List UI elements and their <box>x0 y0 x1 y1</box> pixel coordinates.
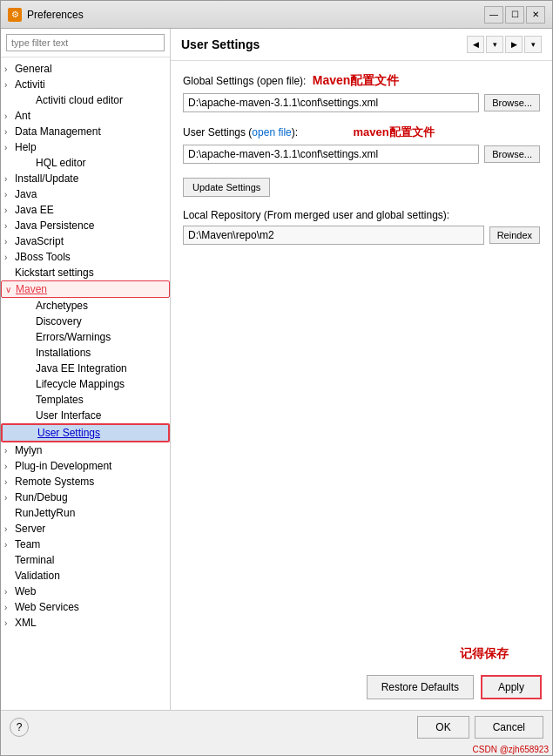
sidebar-item-javascript[interactable]: › JavaScript <box>1 233 170 249</box>
sidebar-item-label: HQL editor <box>36 157 86 169</box>
sidebar-item-runjettyrun[interactable]: RunJettyRun <box>1 505 170 521</box>
sidebar-item-templates[interactable]: Templates <box>1 392 170 408</box>
sidebar-item-label: Install/Update <box>15 172 78 185</box>
dropdown-button[interactable]: ▾ <box>486 36 503 53</box>
sidebar-item-java-ee[interactable]: › Java EE <box>1 202 170 218</box>
sidebar-item-kickstart-settings[interactable]: Kickstart settings <box>1 265 170 280</box>
sidebar-item-run-debug[interactable]: › Run/Debug <box>1 489 170 505</box>
expand-arrow: › <box>4 618 15 628</box>
sidebar-item-installations[interactable]: Installations <box>1 345 170 361</box>
sidebar-item-java-ee-integration[interactable]: Java EE Integration <box>1 361 170 376</box>
reindex-button[interactable]: Reindex <box>489 226 540 244</box>
sidebar-item-label: XML <box>15 617 37 629</box>
app-icon: ⚙ <box>8 8 22 22</box>
forward-button[interactable]: ▶ <box>505 36 523 53</box>
help-button[interactable]: ? <box>10 718 29 737</box>
sidebar-item-user-interface[interactable]: User Interface <box>1 408 170 423</box>
expand-arrow: ∨ <box>5 285 16 294</box>
sidebar-item-java[interactable]: › Java <box>1 186 170 202</box>
sidebar-item-web[interactable]: › Web <box>1 584 170 599</box>
sidebar-item-ant[interactable]: › Ant <box>1 108 170 124</box>
footer-buttons: OK Cancel <box>417 716 543 739</box>
sidebar-item-label: Server <box>15 523 45 535</box>
local-repo-section: Local Repository (From merged user and g… <box>183 209 540 245</box>
user-settings-label: User Settings (open file): maven配置文件 <box>183 125 540 140</box>
sidebar-item-label: Archetypes <box>36 300 88 312</box>
cancel-button[interactable]: Cancel <box>475 716 543 739</box>
sidebar-item-discovery[interactable]: Discovery <box>1 314 170 329</box>
sidebar-item-label: Kickstart settings <box>15 267 94 279</box>
save-annotation: 记得保存 <box>460 646 509 660</box>
preferences-window: ⚙ Preferences — ☐ ✕ › General › Acti <box>0 0 553 756</box>
sidebar-item-activiti-cloud[interactable]: Activiti cloud editor <box>1 92 170 108</box>
sidebar-item-label: JavaScript <box>15 235 64 247</box>
sidebar-item-hql-editor[interactable]: HQL editor <box>1 155 170 171</box>
sidebar-item-archetypes[interactable]: Archetypes <box>1 298 170 314</box>
sidebar-item-label: User Settings <box>37 427 100 439</box>
global-settings-browse-button[interactable]: Browse... <box>484 94 540 111</box>
user-settings-browse-button[interactable]: Browse... <box>484 145 540 163</box>
sidebar-item-lifecycle-mappings[interactable]: Lifecycle Mappings <box>1 376 170 392</box>
expand-arrow: › <box>4 127 15 137</box>
sidebar-item-xml[interactable]: › XML <box>1 615 170 631</box>
sidebar-item-label: Help <box>15 141 37 153</box>
sidebar-item-install-update[interactable]: › Install/Update <box>1 171 170 186</box>
history-button[interactable]: ▾ <box>524 36 542 53</box>
sidebar-item-jboss-tools[interactable]: › JBoss Tools <box>1 249 170 265</box>
sidebar-item-label: Java EE Integration <box>36 362 127 375</box>
user-settings-link[interactable]: open file <box>252 126 291 138</box>
sidebar-item-label: Validation <box>15 570 60 582</box>
global-settings-label: Global Settings (open file): Maven配置文件 <box>183 73 540 89</box>
expand-arrow: › <box>4 190 15 199</box>
back-button[interactable]: ◀ <box>467 36 484 53</box>
sidebar-item-label: Terminal <box>15 554 54 566</box>
sidebar-item-maven[interactable]: ∨ Maven <box>1 280 170 298</box>
sidebar-item-label: Remote Systems <box>15 476 94 488</box>
minimize-button[interactable]: — <box>484 6 503 24</box>
sidebar-item-terminal[interactable]: Terminal <box>1 552 170 568</box>
sidebar-item-label: Java EE <box>15 204 54 216</box>
sidebar-item-user-settings[interactable]: User Settings <box>1 423 170 442</box>
user-settings-input-row: Browse... <box>183 145 540 164</box>
update-settings-button[interactable]: Update Settings <box>183 178 270 197</box>
restore-defaults-button[interactable]: Restore Defaults <box>367 675 474 699</box>
sidebar-item-general[interactable]: › General <box>1 61 170 77</box>
sidebar-item-label: Java Persistence <box>15 219 94 232</box>
expand-arrow: › <box>4 446 15 456</box>
sidebar-item-activiti[interactable]: › Activiti <box>1 77 170 92</box>
panel-action-buttons: Restore Defaults Apply <box>367 675 542 699</box>
ok-button[interactable]: OK <box>417 716 469 739</box>
maximize-button[interactable]: ☐ <box>505 6 524 24</box>
close-button[interactable]: ✕ <box>526 6 545 24</box>
global-settings-input[interactable] <box>183 93 479 112</box>
local-repo-label: Local Repository (From merged user and g… <box>183 209 540 221</box>
expand-arrow: › <box>4 462 15 471</box>
sidebar-item-label: Data Management <box>15 125 101 138</box>
global-settings-input-row: Browse... <box>183 93 540 112</box>
title-bar-left: ⚙ Preferences <box>8 8 84 22</box>
sidebar-item-java-persistence[interactable]: › Java Persistence <box>1 218 170 233</box>
user-settings-input[interactable] <box>183 145 479 164</box>
expand-arrow: › <box>4 253 15 262</box>
apply-button[interactable]: Apply <box>481 675 542 699</box>
sidebar-item-label: Templates <box>36 394 84 406</box>
sidebar-item-validation[interactable]: Validation <box>1 568 170 584</box>
sidebar-item-help[interactable]: › Help <box>1 139 170 155</box>
tree: › General › Activiti Activiti cloud edit… <box>1 57 170 710</box>
filter-input[interactable] <box>6 34 165 51</box>
sidebar-item-remote-systems[interactable]: › Remote Systems <box>1 474 170 489</box>
sidebar-item-web-services[interactable]: › Web Services <box>1 599 170 615</box>
sidebar-item-server[interactable]: › Server <box>1 521 170 537</box>
sidebar-item-data-management[interactable]: › Data Management <box>1 124 170 139</box>
sidebar-item-label: Errors/Warnings <box>36 331 111 343</box>
sidebar-item-errors-warnings[interactable]: Errors/Warnings <box>1 329 170 345</box>
expand-arrow: › <box>4 587 15 597</box>
sidebar-item-mylyn[interactable]: › Mylyn <box>1 442 170 458</box>
user-settings-section: User Settings (open file): maven配置文件 Bro… <box>183 125 540 197</box>
sidebar-item-team[interactable]: › Team <box>1 537 170 552</box>
sidebar-item-plugin-development[interactable]: › Plug-in Development <box>1 458 170 474</box>
sidebar-item-label: Activiti <box>15 78 45 91</box>
watermark: CSDN @zjh658923 <box>1 744 552 755</box>
sidebar-item-label: Installations <box>36 347 91 359</box>
expand-arrow: › <box>4 603 15 612</box>
